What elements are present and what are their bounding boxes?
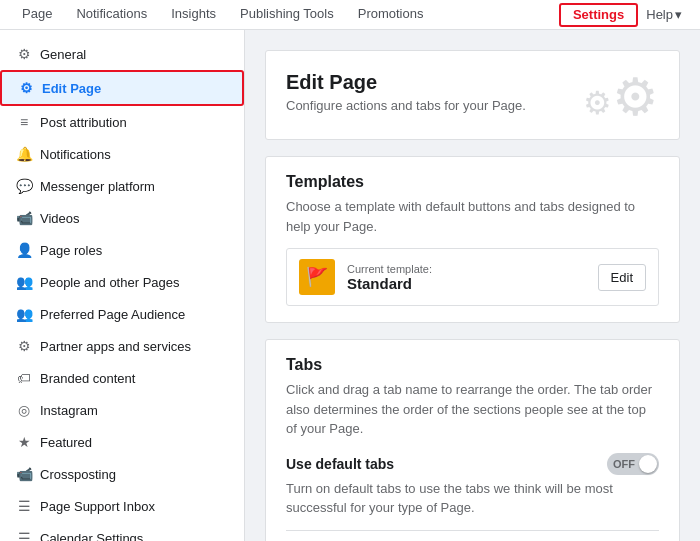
sidebar-item-calendar-settings[interactable]: ☰ Calendar Settings (0, 522, 244, 541)
calendar-icon: ☰ (16, 530, 32, 541)
settings-button[interactable]: Settings (559, 3, 638, 27)
audience-icon: 👥 (16, 306, 32, 322)
main-content: Edit Page Configure actions and tabs for… (245, 30, 700, 541)
help-chevron-icon: ▾ (675, 7, 682, 22)
default-tabs-label: Use default tabs (286, 456, 394, 472)
top-nav: Page Notifications Insights Publishing T… (0, 0, 700, 30)
toggle-description: Turn on default tabs to use the tabs we … (286, 479, 659, 518)
chat-icon: 💬 (16, 178, 32, 194)
apps-icon: ⚙ (16, 338, 32, 354)
sidebar-item-label: Post attribution (40, 115, 127, 130)
template-edit-button[interactable]: Edit (598, 264, 646, 291)
tabs-description: Click and drag a tab name to rearrange t… (286, 380, 659, 439)
sidebar-item-label: Calendar Settings (40, 531, 143, 542)
sidebar-item-label: Branded content (40, 371, 135, 386)
templates-description: Choose a template with default buttons a… (286, 197, 659, 236)
nav-promotions[interactable]: Promotions (346, 0, 436, 30)
nav-page[interactable]: Page (10, 0, 64, 30)
template-card-left: 🚩 Current template: Standard (299, 259, 432, 295)
crosspost-icon: 📹 (16, 466, 32, 482)
template-name: Standard (347, 275, 432, 292)
sidebar-item-instagram[interactable]: ◎ Instagram (0, 394, 244, 426)
video-icon: 📹 (16, 210, 32, 226)
nav-insights[interactable]: Insights (159, 0, 228, 30)
template-icon: 🚩 (299, 259, 335, 295)
sidebar-item-support-inbox[interactable]: ☰ Page Support Inbox (0, 490, 244, 522)
inbox-icon: ☰ (16, 498, 32, 514)
bell-icon: 🔔 (16, 146, 32, 162)
gear-icon: ⚙ (18, 80, 34, 96)
sidebar-item-edit-page[interactable]: ⚙ Edit Page (0, 70, 244, 106)
page-header-text: Edit Page Configure actions and tabs for… (286, 71, 526, 113)
sidebar-item-label: Preferred Page Audience (40, 307, 185, 322)
nav-publishing-tools[interactable]: Publishing Tools (228, 0, 346, 30)
gears-decoration: ⚙ ⚙ (593, 71, 659, 123)
gear-small-icon: ⚙ (583, 87, 612, 119)
tag-icon: 🏷 (16, 370, 32, 386)
sidebar-item-label: Page roles (40, 243, 102, 258)
page-title: Edit Page (286, 71, 526, 94)
sidebar-item-branded-content[interactable]: 🏷 Branded content (0, 362, 244, 394)
tabs-section: Tabs Click and drag a tab name to rearra… (265, 339, 680, 541)
template-label: Current template: (347, 263, 432, 275)
edit-page-header: Edit Page Configure actions and tabs for… (265, 50, 680, 140)
help-menu[interactable]: Help ▾ (638, 7, 690, 22)
star-icon: ★ (16, 434, 32, 450)
nav-notifications[interactable]: Notifications (64, 0, 159, 30)
sidebar-item-videos[interactable]: 📹 Videos (0, 202, 244, 234)
sidebar-item-label: Notifications (40, 147, 111, 162)
sidebar-item-label: People and other Pages (40, 275, 180, 290)
gear-large-icon: ⚙ (612, 71, 659, 123)
sidebar-item-featured[interactable]: ★ Featured (0, 426, 244, 458)
default-tabs-toggle[interactable]: OFF (607, 453, 659, 475)
sidebar-item-crossposting[interactable]: 📹 Crossposting (0, 458, 244, 490)
sidebar-item-label: Featured (40, 435, 92, 450)
instagram-icon: ◎ (16, 402, 32, 418)
page-subtitle: Configure actions and tabs for your Page… (286, 98, 526, 113)
sidebar-item-label: Messenger platform (40, 179, 155, 194)
sidebar: ⚙ General ⚙ Edit Page ≡ Post attribution… (0, 30, 245, 541)
toggle-label: OFF (613, 458, 635, 470)
sidebar-item-label: Page Support Inbox (40, 499, 155, 514)
sidebar-item-label: Partner apps and services (40, 339, 191, 354)
templates-section: Templates Choose a template with default… (265, 156, 680, 323)
sidebar-item-preferred-audience[interactable]: 👥 Preferred Page Audience (0, 298, 244, 330)
sidebar-item-label: Crossposting (40, 467, 116, 482)
sidebar-item-label: Edit Page (42, 81, 101, 96)
templates-title: Templates (286, 173, 659, 191)
template-info: Current template: Standard (347, 263, 432, 292)
default-tabs-row: Use default tabs OFF (286, 453, 659, 475)
sidebar-item-notifications[interactable]: 🔔 Notifications (0, 138, 244, 170)
sidebar-item-general[interactable]: ⚙ General (0, 38, 244, 70)
user-icon: 👤 (16, 242, 32, 258)
toggle-knob (639, 455, 657, 473)
help-label: Help (646, 7, 673, 22)
tab-row-home: ≡ Home Settings (286, 530, 659, 542)
sidebar-item-messenger[interactable]: 💬 Messenger platform (0, 170, 244, 202)
tabs-title: Tabs (286, 356, 659, 374)
sidebar-item-page-roles[interactable]: 👤 Page roles (0, 234, 244, 266)
sidebar-item-label: Videos (40, 211, 80, 226)
list-icon: ≡ (16, 114, 32, 130)
gear-icon: ⚙ (16, 46, 32, 62)
sidebar-item-label: Instagram (40, 403, 98, 418)
people-icon: 👥 (16, 274, 32, 290)
sidebar-item-people-pages[interactable]: 👥 People and other Pages (0, 266, 244, 298)
sidebar-item-label: General (40, 47, 86, 62)
sidebar-item-partner-apps[interactable]: ⚙ Partner apps and services (0, 330, 244, 362)
template-card: 🚩 Current template: Standard Edit (286, 248, 659, 306)
sidebar-item-post-attribution[interactable]: ≡ Post attribution (0, 106, 244, 138)
